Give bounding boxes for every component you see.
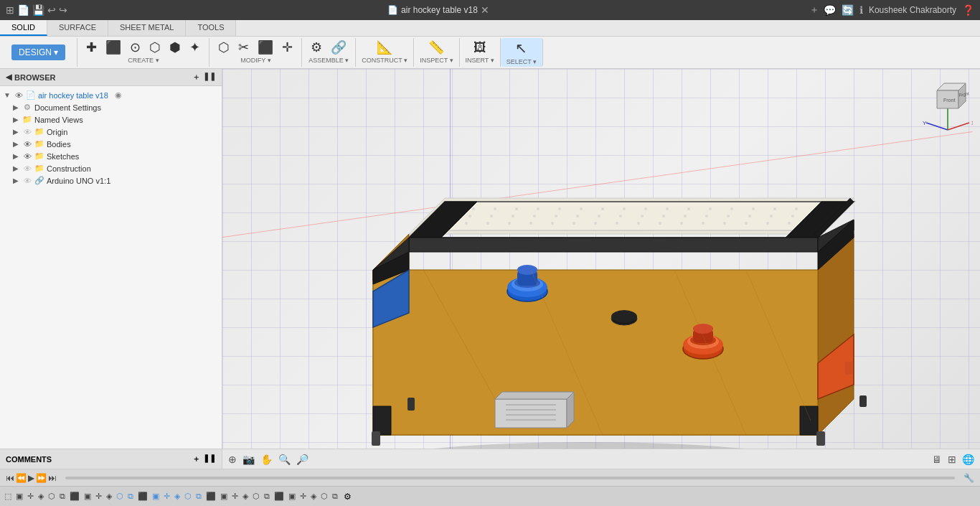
bottom-tool-25[interactable]: ⬛ — [273, 491, 286, 502]
bottom-tool-23[interactable]: ⬡ — [251, 491, 261, 502]
fillet-btn[interactable]: ✂ — [235, 39, 252, 55]
viewport-pan-icon[interactable]: ✋ — [260, 454, 273, 465]
bottom-tool-24[interactable]: ⧉ — [263, 491, 271, 502]
shell-btn[interactable]: ⬢ — [166, 39, 184, 55]
tab-tools[interactable]: TOOLS — [186, 20, 236, 36]
tab-close-button[interactable]: ✕ — [481, 4, 489, 16]
tree-eye-construction[interactable]: 👁 — [22, 164, 32, 173]
insert-label[interactable]: INSERT ▾ — [466, 57, 494, 64]
tree-eye-icon[interactable]: 👁 — [14, 91, 24, 100]
revolve-btn[interactable]: ⊙ — [127, 39, 143, 55]
bottom-tool-5[interactable]: ⬡ — [47, 491, 57, 502]
tab-solid[interactable]: SOLID — [0, 20, 47, 36]
viewport-display-icon[interactable]: 🖥 — [932, 454, 942, 465]
tab-surface[interactable]: SURFACE — [47, 20, 108, 36]
hole-btn[interactable]: ⬡ — [146, 39, 164, 55]
bottom-tool-18[interactable]: ⧉ — [194, 491, 203, 502]
bottom-tool-21[interactable]: ✛ — [230, 491, 240, 502]
tree-item-bodies[interactable]: ▶ 👁 📁 Bodies — [0, 138, 222, 150]
move-btn[interactable]: ✛ — [279, 39, 296, 55]
bottom-tool-1[interactable]: ⬚ — [3, 491, 13, 502]
browser-panel-icon[interactable]: ❚❚ — [203, 72, 216, 83]
measure-btn[interactable]: 📏 — [425, 39, 447, 55]
view-cube[interactable]: X Y Z Front Right — [923, 76, 973, 126]
modify-label[interactable]: MODIFY ▾ — [240, 57, 270, 64]
refresh-icon[interactable]: 🔄 — [842, 4, 854, 16]
browser-collapse-icon[interactable]: ◀ — [6, 72, 11, 82]
chat-icon[interactable]: 💬 — [824, 4, 836, 16]
bottom-icon-1[interactable]: 🔧 — [963, 473, 974, 483]
create-label[interactable]: CREATE ▾ — [128, 57, 159, 64]
viewport[interactable]: X Y Z Front Right ⊕ 📷 ✋ 🔍 — [222, 69, 980, 469]
viewport-zoom-in-icon[interactable]: 🔍 — [278, 454, 291, 465]
extrude-btn[interactable]: ⬛ — [103, 39, 124, 55]
bottom-tool-15[interactable]: ✛ — [162, 491, 171, 502]
bottom-tool-27[interactable]: ✛ — [298, 491, 308, 502]
tree-item-root[interactable]: ▼ 👁 📄 air hockey table v18 ◉ — [0, 89, 222, 101]
tree-item-named-views[interactable]: ▶ 📁 Named Views — [0, 113, 222, 126]
bottom-tool-20[interactable]: ▣ — [219, 491, 229, 502]
plane-btn[interactable]: 📐 — [374, 39, 395, 55]
tree-item-arduino[interactable]: ▶ 👁 🔗 Arduino UNO v1:1 — [0, 174, 222, 187]
insert-image-btn[interactable]: 🖼 — [471, 39, 489, 55]
bottom-tool-12[interactable]: ⧉ — [126, 491, 135, 502]
file-icon[interactable]: 📄 — [17, 4, 29, 16]
bottom-tool-19[interactable]: ⬛ — [204, 491, 217, 502]
play-btn[interactable]: ▶ — [28, 473, 34, 483]
redo-icon[interactable]: ↪ — [59, 4, 67, 16]
tree-eye-bodies[interactable]: 👁 — [22, 140, 32, 149]
viewport-grid-icon[interactable]: ⊞ — [948, 454, 956, 465]
info-icon[interactable]: ℹ — [859, 4, 863, 16]
joint-btn[interactable]: ⚙ — [308, 39, 325, 55]
tree-item-origin[interactable]: ▶ 👁 📁 Origin — [0, 126, 222, 138]
comments-add-icon[interactable]: ＋ — [192, 454, 200, 464]
play-next-btn[interactable]: ⏩ — [36, 473, 47, 483]
create-sketch-btn[interactable]: ✚ — [83, 39, 100, 55]
bottom-tool-26[interactable]: ▣ — [287, 491, 297, 502]
bottom-tool-17[interactable]: ⬡ — [183, 491, 193, 502]
browser-add-icon[interactable]: ＋ — [192, 72, 200, 83]
timeline-track[interactable] — [65, 477, 955, 479]
tree-item-doc-settings[interactable]: ▶ ⚙ Document Settings — [0, 101, 222, 113]
bottom-tool-11[interactable]: ⬡ — [115, 491, 125, 502]
viewport-camera-icon[interactable]: 📷 — [242, 454, 255, 465]
tree-eye-sketches[interactable]: 👁 — [22, 152, 32, 161]
viewport-zoom-fit-icon[interactable]: 🔎 — [296, 454, 308, 465]
bottom-tool-13[interactable]: ⬛ — [136, 491, 149, 502]
pattern-btn[interactable]: ✦ — [187, 39, 203, 55]
bottom-tool-30[interactable]: ⧉ — [331, 491, 339, 502]
assemble-label[interactable]: ASSEMBLE ▾ — [308, 57, 349, 64]
save-icon[interactable]: 💾 — [32, 4, 44, 16]
bottom-tool-14[interactable]: ▣ — [151, 491, 161, 502]
bottom-tool-6[interactable]: ⧉ — [58, 491, 67, 502]
bottom-tool-10[interactable]: ◈ — [105, 491, 113, 502]
select-label[interactable]: SELECT ▾ — [507, 58, 537, 65]
add-tab-icon[interactable]: ＋ — [809, 4, 819, 17]
bottom-tool-2[interactable]: ▣ — [14, 491, 24, 502]
help-icon[interactable]: ❓ — [962, 4, 974, 16]
tree-item-sketches[interactable]: ▶ 👁 📁 Sketches — [0, 150, 222, 162]
bottom-tool-28[interactable]: ◈ — [309, 491, 318, 502]
bottom-tool-3[interactable]: ✛ — [26, 491, 35, 502]
tree-item-construction[interactable]: ▶ 👁 📁 Construction — [0, 162, 222, 174]
tree-eye-origin[interactable]: 👁 — [22, 128, 32, 136]
play-prev-btn[interactable]: ⏪ — [16, 473, 27, 483]
bottom-tool-29[interactable]: ⬡ — [319, 491, 329, 502]
viewport-env-icon[interactable]: 🌐 — [962, 454, 974, 465]
bottom-tool-7[interactable]: ⬛ — [68, 491, 81, 502]
select-btn[interactable]: ↖ — [512, 39, 530, 57]
viewport-origin-icon[interactable]: ⊕ — [228, 454, 237, 465]
design-button[interactable]: DESIGN ▾ — [11, 44, 65, 60]
press-pull-btn[interactable]: ⬡ — [215, 39, 232, 55]
inspect-label[interactable]: INSPECT ▾ — [420, 57, 453, 64]
bottom-settings-icon[interactable]: ⚙ — [341, 491, 354, 502]
undo-icon[interactable]: ↩ — [47, 4, 56, 16]
assemble-btn2[interactable]: 🔗 — [328, 39, 349, 55]
tree-eye-arduino[interactable]: 👁 — [22, 177, 32, 185]
bottom-tool-4[interactable]: ◈ — [37, 491, 45, 502]
play-start-btn[interactable]: ⏮ — [6, 473, 14, 483]
tree-visibility-icon[interactable]: ◉ — [113, 90, 123, 100]
bottom-tool-9[interactable]: ✛ — [94, 491, 103, 502]
bottom-tool-8[interactable]: ▣ — [83, 491, 93, 502]
tab-sheet-metal[interactable]: SHEET METAL — [108, 20, 186, 36]
